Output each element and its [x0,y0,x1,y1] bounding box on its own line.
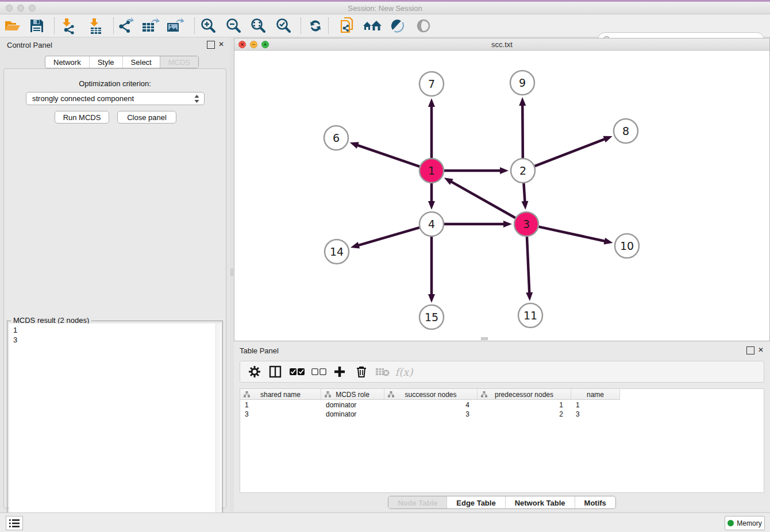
table-settings-button[interactable] [245,364,264,380]
first-neighbors-button[interactable] [362,17,383,35]
export-image-button[interactable] [165,17,186,35]
apply-layout-button[interactable] [305,17,326,35]
table-cell[interactable]: 1 [571,400,620,410]
style-brush-icon [390,18,406,34]
run-mcds-button[interactable]: Run MCDS [55,111,109,124]
tab-motifs[interactable]: Motifs [575,496,615,508]
vertical-splitter[interactable] [230,37,234,511]
clone-network-button[interactable] [337,17,358,35]
splitter-grip[interactable] [230,268,233,276]
delete-column-button[interactable] [352,364,371,380]
hide-details-button[interactable] [413,17,434,35]
tab-mcds[interactable]: MCDS [160,56,198,68]
table-cell[interactable]: dominator [321,400,384,410]
table-close-button[interactable]: ✕ [757,346,765,354]
columns-icon [269,365,282,378]
result-scrollbar[interactable] [215,323,221,532]
table-float-button[interactable] [746,346,754,354]
tab-select[interactable]: Select [122,56,160,68]
refresh-icon [307,18,324,34]
export-table-button[interactable] [140,17,161,35]
graph-node-label: 7 [428,78,435,90]
export-table-icon [141,17,160,34]
zoom-fit-button[interactable] [248,17,268,35]
table-cell[interactable]: 2 [478,410,571,419]
graph-edge-1-6[interactable] [357,145,419,167]
table-cell[interactable]: 3 [384,410,478,419]
tab-node-table[interactable]: Node Table [388,496,446,508]
tab-network[interactable]: Network [45,56,89,68]
graph-edge-2-8[interactable] [535,139,606,166]
column-header-MCDS-role[interactable]: MCDS role [321,389,384,400]
edge-arrowhead-icon [519,97,526,106]
float-panel-button[interactable] [207,41,215,49]
graph-edge-4-14[interactable] [357,228,419,245]
toolbar-separator [194,18,195,34]
tab-network-table[interactable]: Network Table [505,496,575,508]
column-header-predecessor-nodes[interactable]: predecessor nodes [478,389,571,400]
tab-edge-table[interactable]: Edge Table [446,496,505,508]
graph-edge-3-11[interactable] [527,237,529,294]
zoom-selected-button[interactable] [273,17,294,35]
toolbar-separator [54,18,55,34]
table-cell[interactable]: 3 [571,410,620,419]
column-header-name[interactable]: name [571,389,620,400]
table-cell[interactable]: 4 [384,400,478,410]
close-panel-button[interactable]: ✕ [217,41,225,49]
save-session-button[interactable] [26,17,47,35]
hierarchy-icon [388,391,394,398]
export-network-button[interactable] [116,17,136,35]
graph-edge-3-10[interactable] [538,227,605,241]
main-toolbar [0,14,770,37]
show-columns-button[interactable] [265,364,285,380]
titlebar: Session: New Session [0,2,770,14]
open-session-button[interactable] [2,17,23,35]
column-header-shared-name[interactable]: shared name [240,389,321,400]
hierarchy-icon [481,391,487,398]
memory-button[interactable]: Memory [725,516,765,530]
table-cell[interactable]: 1 [478,400,571,410]
unselect-all-columns-button[interactable] [309,364,329,380]
table-tabs: Node Table Edge Table Network Table Moti… [234,496,770,509]
table-cell[interactable]: 1 [240,400,321,410]
open-folder-icon [4,18,21,33]
table-panel: Table Panel ✕ [234,342,770,511]
function-builder-button[interactable]: f(x) [394,364,414,380]
hierarchy-icon [325,391,331,398]
task-history-button[interactable] [6,516,23,530]
network-canvas[interactable]: 7968124314101511 [234,51,769,341]
zoom-selected-icon [275,18,291,34]
eye-detail-icon [415,18,432,34]
table-row[interactable]: 3dominator323 [240,410,620,419]
import-network-button[interactable] [57,17,78,35]
horizontal-splitter-grip[interactable] [481,337,488,340]
import-table-button[interactable] [85,17,106,35]
table-row[interactable]: 1dominator411 [240,400,620,410]
gear-icon [249,366,260,377]
graph-edge-2-9[interactable] [522,105,523,158]
zoom-out-button[interactable] [223,17,244,35]
mcds-result-text[interactable]: 1 3 [9,323,221,532]
table-cell[interactable]: 3 [240,410,321,419]
show-style-button[interactable] [387,17,408,35]
graph-edge-3-1[interactable] [451,182,515,218]
zoom-in-button[interactable] [198,17,218,35]
window-title: Session: New Session [0,4,770,13]
plus-icon [333,365,346,378]
mcds-result-group: MCDS result (2 nodes) 1 3 [7,321,223,532]
column-header-successor-nodes[interactable]: successor nodes [384,389,478,400]
table-cell[interactable]: dominator [321,410,384,419]
graph-edge-2-3[interactable] [523,183,525,202]
optimization-criterion-dropdown[interactable]: strongly connected component [26,92,205,105]
status-bar: Memory [0,512,770,532]
delete-table-button[interactable] [373,364,392,380]
create-column-button[interactable] [330,364,349,380]
network-graph[interactable]: 7968124314101511 [234,51,769,341]
select-all-columns-button[interactable] [287,364,307,380]
network-window-title: scc.txt [234,40,769,49]
table-toolbar: f(x) [240,361,764,383]
graph-node-label: 14 [330,245,344,258]
edge-arrowhead-icon [428,294,435,303]
tab-style[interactable]: Style [89,56,122,68]
close-panel-button-mcds[interactable]: Close panel [117,111,176,124]
